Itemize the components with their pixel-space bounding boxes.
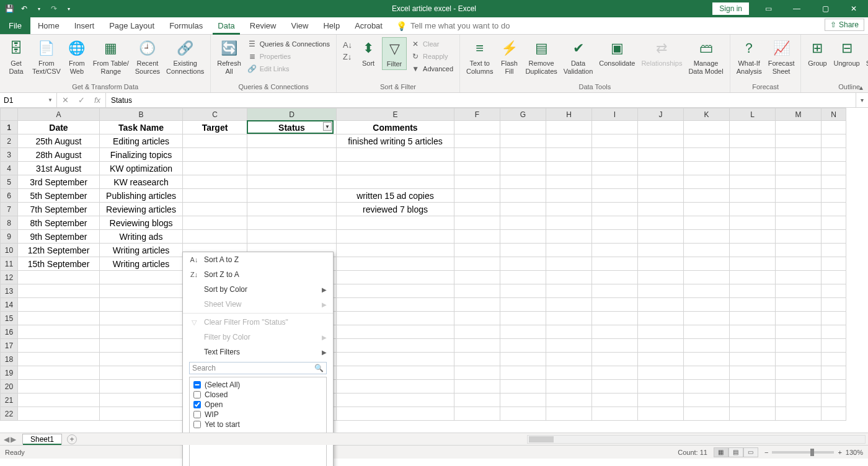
cell[interactable]: [684, 284, 730, 298]
cell[interactable]: [638, 271, 684, 284]
cell[interactable]: [638, 175, 684, 189]
cell[interactable]: [822, 216, 846, 230]
cell[interactable]: [822, 148, 846, 162]
cell[interactable]: [638, 230, 684, 244]
signin-button[interactable]: Sign in: [712, 2, 749, 15]
cell[interactable]: [100, 366, 183, 380]
undo-icon[interactable]: ↶: [17, 2, 31, 15]
data-validation-button[interactable]: ✔Data Validation: [561, 37, 596, 76]
column-header-B[interactable]: B: [100, 108, 183, 121]
zoom-out-icon[interactable]: −: [764, 449, 768, 456]
cell[interactable]: [638, 189, 684, 203]
cell[interactable]: [500, 257, 546, 271]
cell[interactable]: [337, 284, 454, 298]
cell[interactable]: [592, 271, 638, 284]
cell[interactable]: [337, 380, 454, 393]
sort-by-color[interactable]: Sort by Color▶: [183, 282, 333, 297]
cell[interactable]: [776, 134, 822, 148]
tab-help[interactable]: Help: [316, 17, 347, 34]
normal-view-icon[interactable]: ▦: [714, 447, 728, 457]
enter-formula-icon[interactable]: ✓: [73, 95, 89, 105]
row-header[interactable]: 19: [1, 366, 18, 380]
row-header[interactable]: 11: [1, 257, 18, 271]
ribbon-display-icon[interactable]: ▭: [754, 0, 782, 17]
cell[interactable]: [638, 339, 684, 353]
cell[interactable]: [337, 339, 454, 353]
sort-a-to-z[interactable]: A↓Sort A to Z: [183, 252, 333, 267]
cell[interactable]: [592, 189, 638, 203]
cell[interactable]: [822, 393, 846, 407]
cell[interactable]: [730, 339, 776, 353]
cell[interactable]: [638, 407, 684, 421]
group-button[interactable]: ⊞Group: [805, 37, 830, 69]
cell[interactable]: [776, 325, 822, 339]
cell[interactable]: [454, 175, 500, 189]
column-header-K[interactable]: K: [684, 108, 730, 121]
cell[interactable]: [100, 298, 183, 312]
cell[interactable]: [454, 257, 500, 271]
cell[interactable]: Writing articles: [100, 244, 183, 257]
column-header-J[interactable]: J: [638, 108, 684, 121]
collapse-ribbon-icon[interactable]: ▲: [858, 84, 864, 91]
cell[interactable]: [337, 393, 454, 407]
tab-acrobat[interactable]: Acrobat: [347, 17, 390, 34]
cell[interactable]: [592, 244, 638, 257]
cell[interactable]: [684, 230, 730, 244]
tab-formulas[interactable]: Formulas: [162, 17, 210, 34]
cell[interactable]: [684, 203, 730, 216]
flash-fill-button[interactable]: ⚡Flash Fill: [497, 37, 521, 76]
cell[interactable]: [546, 366, 592, 380]
cell[interactable]: Target: [183, 121, 247, 134]
next-sheet-icon[interactable]: ▶: [11, 435, 16, 444]
cell[interactable]: [822, 407, 846, 421]
cell[interactable]: [776, 230, 822, 244]
cell[interactable]: [822, 353, 846, 366]
cell[interactable]: [337, 216, 454, 230]
filter-button[interactable]: ▽Filter: [382, 37, 407, 70]
cell[interactable]: [776, 380, 822, 393]
cell[interactable]: [247, 189, 337, 203]
sort-desc-icon[interactable]: Z↓: [340, 51, 355, 62]
row-header[interactable]: 14: [1, 298, 18, 312]
filter-option[interactable]: Yet to start: [193, 420, 322, 429]
cell[interactable]: [592, 216, 638, 230]
cell[interactable]: 9th September: [18, 230, 100, 244]
cell[interactable]: [730, 312, 776, 325]
cell[interactable]: [18, 407, 100, 421]
cell[interactable]: [454, 312, 500, 325]
cell[interactable]: [776, 312, 822, 325]
undo-dropdown-icon[interactable]: ▾: [32, 2, 46, 15]
cell[interactable]: [776, 366, 822, 380]
cell[interactable]: [638, 284, 684, 298]
cell[interactable]: [822, 298, 846, 312]
tab-page-layout[interactable]: Page Layout: [102, 17, 162, 34]
cell[interactable]: [776, 407, 822, 421]
row-header[interactable]: 1: [1, 121, 18, 134]
cell[interactable]: [730, 162, 776, 175]
cell[interactable]: [337, 407, 454, 421]
prev-sheet-icon[interactable]: ◀: [4, 435, 9, 444]
cell[interactable]: [730, 148, 776, 162]
tab-data[interactable]: Data: [210, 17, 242, 34]
cell[interactable]: [500, 162, 546, 175]
cell[interactable]: [592, 312, 638, 325]
cell[interactable]: [454, 271, 500, 284]
text-filters[interactable]: Text Filters▶: [183, 345, 333, 359]
cell[interactable]: [18, 339, 100, 353]
cell[interactable]: [776, 162, 822, 175]
cell[interactable]: [183, 162, 247, 175]
cell[interactable]: [684, 339, 730, 353]
cell[interactable]: [546, 271, 592, 284]
cell[interactable]: [247, 148, 337, 162]
cell[interactable]: [546, 312, 592, 325]
cell[interactable]: [546, 189, 592, 203]
sort-z-to-a[interactable]: Z↓Sort Z to A: [183, 267, 333, 282]
cell[interactable]: [546, 175, 592, 189]
cell[interactable]: [684, 121, 730, 134]
cell[interactable]: [592, 148, 638, 162]
row-header[interactable]: 9: [1, 230, 18, 244]
cell[interactable]: [592, 366, 638, 380]
cell[interactable]: [247, 230, 337, 244]
cell[interactable]: [776, 339, 822, 353]
cell[interactable]: [684, 380, 730, 393]
